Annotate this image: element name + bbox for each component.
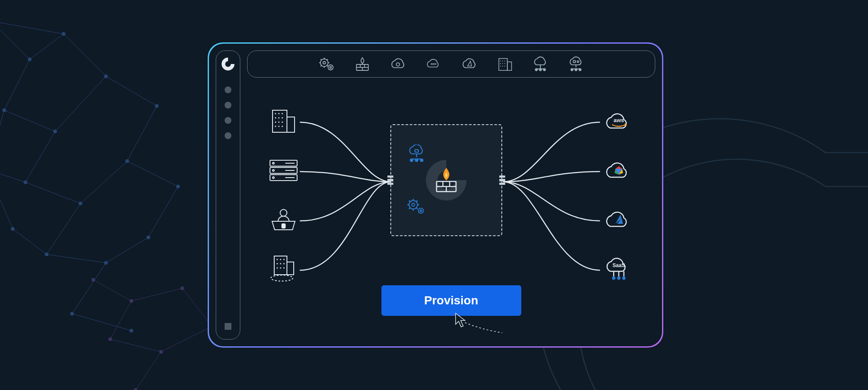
svg-point-35 bbox=[155, 104, 159, 108]
svg-point-50 bbox=[130, 299, 133, 303]
svg-line-5 bbox=[47, 203, 81, 254]
svg-line-4 bbox=[25, 182, 81, 203]
svg-line-165 bbox=[416, 208, 417, 209]
svg-line-18 bbox=[106, 237, 148, 263]
svg-point-53 bbox=[134, 388, 137, 390]
svg-point-37 bbox=[176, 185, 180, 188]
svg-point-95 bbox=[573, 60, 576, 63]
svg-point-33 bbox=[62, 32, 65, 36]
svg-line-15 bbox=[81, 161, 127, 203]
svg-rect-157 bbox=[415, 150, 418, 152]
svg-point-101 bbox=[579, 69, 581, 71]
provision-button[interactable]: Provision bbox=[381, 285, 521, 316]
gcp-cloud-icon[interactable] bbox=[603, 156, 635, 185]
svg-point-144 bbox=[612, 276, 615, 280]
svg-line-164 bbox=[409, 201, 410, 202]
svg-line-11 bbox=[64, 34, 106, 76]
sidebar-nav-dot[interactable] bbox=[225, 117, 231, 124]
network-cloud-icon bbox=[406, 145, 427, 163]
svg-point-57 bbox=[320, 59, 328, 67]
svg-line-22 bbox=[13, 229, 47, 254]
svg-point-156 bbox=[420, 159, 423, 162]
svg-line-41 bbox=[93, 280, 131, 301]
settings-icon[interactable] bbox=[318, 56, 336, 72]
datacenter-icon[interactable] bbox=[267, 106, 300, 136]
network-cloud-icon[interactable] bbox=[531, 56, 549, 72]
svg-line-12 bbox=[55, 76, 106, 131]
svg-line-13 bbox=[106, 76, 157, 106]
svg-point-52 bbox=[159, 350, 163, 354]
svg-point-96 bbox=[577, 61, 579, 62]
svg-point-32 bbox=[130, 329, 133, 332]
azure-cloud-icon[interactable] bbox=[460, 56, 478, 72]
svg-line-47 bbox=[161, 326, 212, 352]
svg-point-119 bbox=[273, 162, 274, 164]
central-firewall-box[interactable] bbox=[390, 124, 502, 236]
svg-point-168 bbox=[418, 208, 423, 213]
svg-line-7 bbox=[72, 263, 106, 314]
svg-line-166 bbox=[409, 208, 410, 209]
svg-line-0 bbox=[0, 21, 30, 59]
svg-rect-76 bbox=[499, 58, 507, 70]
svg-line-64 bbox=[327, 65, 328, 66]
svg-point-29 bbox=[45, 253, 48, 256]
svg-text:SaaS: SaaS bbox=[612, 262, 625, 268]
svg-rect-102 bbox=[273, 110, 287, 132]
svg-point-26 bbox=[53, 130, 57, 133]
svg-line-66 bbox=[327, 59, 328, 60]
automation-cloud-icon[interactable] bbox=[567, 56, 585, 72]
sidebar-nav-dot[interactable] bbox=[225, 132, 231, 139]
svg-point-49 bbox=[92, 278, 95, 281]
svg-point-125 bbox=[280, 209, 287, 216]
sidebar-nav-dot[interactable] bbox=[225, 86, 231, 93]
svg-point-28 bbox=[79, 202, 82, 205]
aws-cloud-icon[interactable]: aws bbox=[425, 56, 442, 72]
svg-line-3 bbox=[25, 131, 55, 182]
svg-line-45 bbox=[131, 288, 182, 301]
svg-line-167 bbox=[416, 201, 417, 202]
saas-cloud-icon[interactable]: SaaS bbox=[603, 254, 635, 284]
svg-line-65 bbox=[320, 65, 321, 66]
sidebar-stop-icon[interactable] bbox=[225, 323, 231, 330]
svg-point-169 bbox=[420, 210, 422, 212]
firewall-icon bbox=[432, 166, 460, 194]
svg-point-99 bbox=[571, 69, 573, 71]
svg-line-1 bbox=[4, 59, 30, 110]
svg-text:aws: aws bbox=[614, 117, 624, 123]
sidebar-nav-dot[interactable] bbox=[225, 102, 231, 109]
svg-point-93 bbox=[539, 69, 541, 71]
svg-point-146 bbox=[622, 276, 626, 280]
svg-line-14 bbox=[127, 106, 157, 161]
svg-line-42 bbox=[110, 301, 131, 339]
svg-point-51 bbox=[108, 337, 112, 341]
topology-canvas: aws bbox=[247, 78, 655, 340]
svg-point-154 bbox=[410, 159, 413, 162]
svg-line-10 bbox=[30, 34, 64, 59]
aws-cloud-icon[interactable]: aws bbox=[603, 106, 635, 136]
sidebar bbox=[216, 50, 240, 340]
svg-rect-126 bbox=[282, 224, 285, 228]
svg-point-40 bbox=[11, 227, 14, 231]
branch-office-icon[interactable] bbox=[267, 254, 300, 284]
svg-point-92 bbox=[535, 69, 537, 71]
svg-rect-103 bbox=[287, 117, 295, 132]
gear-icon bbox=[406, 198, 426, 216]
svg-point-100 bbox=[575, 69, 577, 71]
svg-rect-128 bbox=[287, 262, 294, 275]
svg-line-16 bbox=[127, 161, 178, 187]
svg-line-19 bbox=[0, 110, 4, 170]
svg-point-94 bbox=[543, 69, 545, 71]
svg-point-31 bbox=[70, 312, 74, 315]
svg-line-44 bbox=[136, 352, 161, 390]
gcp-cloud-icon[interactable] bbox=[389, 56, 407, 72]
svg-line-21 bbox=[0, 170, 13, 229]
azure-cloud-icon[interactable] bbox=[603, 205, 635, 234]
remote-user-icon[interactable] bbox=[267, 205, 300, 234]
svg-point-38 bbox=[147, 236, 150, 239]
svg-point-34 bbox=[104, 75, 108, 78]
provision-button-label: Provision bbox=[424, 294, 479, 307]
server-rack-icon[interactable] bbox=[267, 156, 300, 185]
svg-line-20 bbox=[0, 170, 25, 182]
datacenter-icon[interactable] bbox=[496, 56, 514, 72]
firewall-icon[interactable] bbox=[353, 56, 371, 72]
